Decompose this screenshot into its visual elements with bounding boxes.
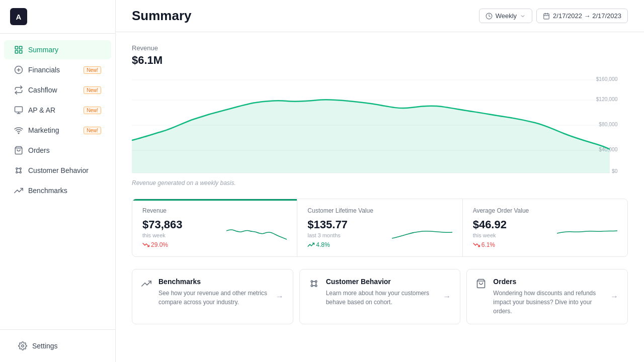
chevron-down-icon [520, 13, 526, 19]
action-card-desc: See how your revenue and other metrics c… [158, 289, 270, 307]
new-badge: New! [84, 107, 101, 114]
metric-card-clv: Customer Lifetime Value $135.77 last 3 m… [297, 199, 462, 256]
metric-change: 29.0% [142, 241, 183, 248]
monitor-icon [14, 106, 23, 115]
sidebar-logo: A [0, 0, 115, 34]
chart-bar-icon [14, 45, 23, 54]
app-logo: A [10, 8, 27, 25]
action-card-title: Orders [493, 278, 604, 286]
sidebar-item-label: Summary [28, 46, 58, 54]
sidebar-item-marketing[interactable]: Marketing New! [4, 121, 111, 140]
trend-up-icon [307, 241, 314, 248]
bag-icon [14, 146, 23, 155]
new-badge: New! [84, 86, 101, 94]
arrow-icon: → [610, 292, 618, 301]
svg-rect-3 [20, 51, 22, 53]
action-card-desc: Wondering how discounts and refunds impa… [493, 289, 604, 316]
revenue-chart: $160,000 $120,000 $80,000 $40,000 $0 Mar… [132, 75, 628, 175]
sidebar-item-label: Cashflow [28, 86, 57, 94]
svg-rect-1 [20, 46, 22, 49]
action-cards: Benchmarks See how your revenue and othe… [132, 269, 628, 324]
customer-behavior-card-icon [309, 279, 320, 290]
svg-rect-2 [15, 51, 18, 53]
arrow-icon: → [276, 292, 284, 301]
metric-value: $135.77 [307, 218, 348, 231]
action-card-customer-behavior[interactable]: Customer Behavior Learn more about how y… [299, 269, 461, 324]
new-badge: New! [84, 127, 101, 134]
content-area: Revenue $6.1M $160,000 $120,000 $80,000 … [116, 32, 644, 336]
action-card-title: Customer Behavior [326, 278, 437, 286]
metric-sublabel: this week [473, 232, 507, 238]
calendar-icon [543, 13, 550, 20]
sidebar-item-cashflow[interactable]: Cashflow New! [4, 80, 111, 100]
orders-card-icon [476, 279, 487, 290]
sidebar-item-benchmarks[interactable]: Benchmarks [4, 181, 111, 200]
sidebar-item-label: Financials [28, 66, 60, 74]
trend-down-icon [142, 241, 149, 248]
trending-icon [14, 186, 23, 195]
metric-value: $73,863 [142, 218, 183, 231]
revenue-label: Revenue [132, 44, 628, 52]
sidebar-bottom: Settings [0, 329, 115, 362]
svg-rect-7 [15, 107, 23, 112]
page-header: Summary Weekly 2/17/2022 → 2/17/2023 [116, 0, 644, 32]
metrics-row: Revenue $73,863 this week 29.0% [132, 199, 628, 257]
frequency-button[interactable]: Weekly [479, 9, 532, 23]
sidebar: A Summary Financials New! [0, 0, 116, 362]
metric-label: Revenue [142, 207, 287, 214]
trend-down-icon [473, 241, 480, 248]
sidebar-item-customer-behavior[interactable]: Customer Behavior [4, 161, 111, 180]
wifi-icon [14, 126, 23, 135]
svg-text:$120,000: $120,000 [596, 97, 618, 102]
dollar-circle-icon [14, 65, 23, 74]
sidebar-item-summary[interactable]: Summary [4, 40, 111, 59]
svg-text:$0: $0 [612, 168, 618, 174]
action-card-desc: Learn more about how your customers beha… [326, 289, 437, 307]
svg-rect-0 [15, 46, 18, 49]
header-controls: Weekly 2/17/2022 → 2/17/2023 [479, 9, 628, 23]
new-badge: New! [84, 66, 101, 74]
sidebar-item-label: Customer Behavior [28, 166, 89, 174]
revenue-value: $6.1M [132, 54, 628, 67]
arrow-icon: → [443, 292, 451, 301]
sidebar-item-label: Benchmarks [28, 187, 67, 195]
svg-point-16 [22, 345, 24, 347]
action-card-title: Benchmarks [158, 278, 270, 286]
date-range-button[interactable]: 2/17/2022 → 2/17/2023 [536, 9, 628, 23]
metric-change: 4.8% [307, 241, 348, 248]
svg-text:$160,000: $160,000 [596, 76, 618, 82]
chart-note: Revenue generated on a weekly basis. [132, 179, 628, 187]
sidebar-item-settings[interactable]: Settings [8, 336, 107, 355]
metric-label: Customer Lifetime Value [307, 207, 452, 214]
sparkline-aov [557, 223, 617, 243]
sidebar-nav: Summary Financials New! Cashflow New! [0, 34, 115, 329]
sidebar-item-label: Settings [32, 342, 58, 350]
action-card-benchmarks[interactable]: Benchmarks See how your revenue and othe… [132, 269, 293, 324]
sidebar-item-label: Marketing [28, 126, 59, 134]
scatter-icon [14, 166, 23, 175]
metric-card-revenue: Revenue $73,863 this week 29.0% [132, 199, 297, 256]
page-title: Summary [132, 8, 479, 24]
metric-value: $46.92 [473, 218, 507, 231]
arrows-icon [14, 85, 23, 95]
sparkline-clv [392, 223, 452, 243]
metric-sublabel: this week [142, 232, 183, 238]
svg-rect-18 [544, 14, 549, 19]
sidebar-item-financials[interactable]: Financials New! [4, 60, 111, 79]
sparkline-revenue [226, 223, 287, 243]
sidebar-item-orders[interactable]: Orders [4, 141, 111, 160]
svg-text:$80,000: $80,000 [599, 122, 617, 127]
gear-icon [18, 341, 27, 350]
metric-label: Average Order Value [473, 207, 617, 214]
clock-icon [486, 13, 493, 20]
metric-sublabel: last 3 months [307, 232, 348, 238]
benchmarks-card-icon [141, 279, 152, 290]
svg-point-10 [18, 133, 19, 134]
metric-card-aov: Average Order Value $46.92 this week 6.1… [463, 199, 627, 256]
metric-change: 6.1% [473, 241, 507, 248]
sidebar-item-label: Orders [28, 146, 50, 154]
action-card-orders[interactable]: Orders Wondering how discounts and refun… [466, 269, 628, 324]
sidebar-item-label: AP & AR [28, 106, 55, 114]
main-content: Summary Weekly 2/17/2022 → 2/17/2023 Rev… [116, 0, 644, 362]
sidebar-item-ap-ar[interactable]: AP & AR New! [4, 101, 111, 120]
